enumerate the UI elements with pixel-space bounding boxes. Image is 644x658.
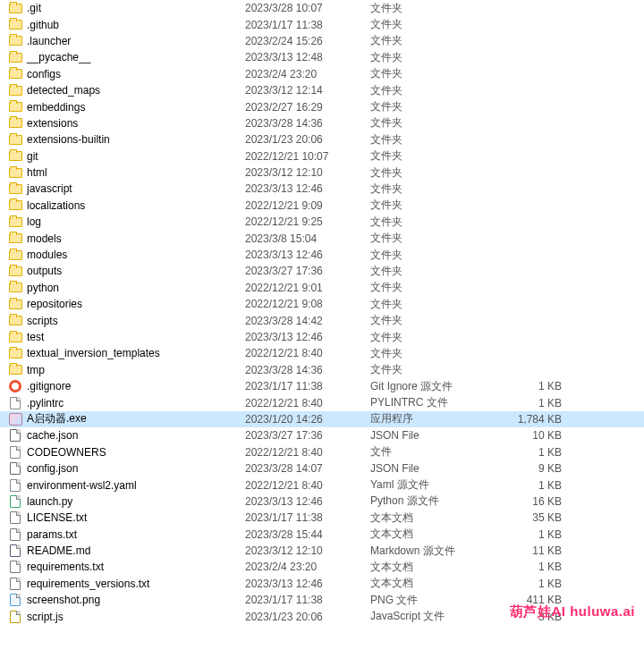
file-row[interactable]: README.md2023/3/12 12:10Markdown 源文件11 K… — [0, 543, 644, 559]
file-name: tmp — [23, 364, 245, 376]
folder-icon — [7, 67, 23, 81]
file-name: README.md — [23, 544, 245, 557]
file-row[interactable]: log2022/12/21 9:25文件夹 — [0, 214, 644, 230]
file-row[interactable]: html2023/3/12 12:10文件夹 — [0, 164, 644, 181]
file-date: 2022/12/21 9:25 — [245, 215, 370, 228]
file-row[interactable]: .pylintrc2022/12/21 8:40PYLINTRC 文件1 KB — [0, 394, 644, 410]
file-name: params.txt — [23, 528, 245, 541]
py-file-icon — [7, 494, 23, 509]
file-size: 1 KB — [504, 561, 567, 573]
file-date: 2023/3/13 12:46 — [245, 249, 370, 261]
file-type: Python 源文件 — [370, 494, 504, 509]
file-row[interactable]: __pycache__2023/3/13 12:48文件夹 — [0, 49, 644, 65]
file-date: 2023/3/13 12:46 — [245, 578, 370, 590]
file-row[interactable]: params.txt2023/3/28 15:44文本文档1 KB — [0, 527, 644, 543]
file-row[interactable]: screenshot.png2023/1/17 11:38PNG 文件411 K… — [0, 592, 644, 608]
folder-icon — [7, 281, 23, 295]
file-row[interactable]: test2023/3/13 12:46文件夹 — [0, 329, 644, 345]
file-name: repositories — [23, 298, 245, 310]
file-row[interactable]: localizations2022/12/21 9:09文件夹 — [0, 198, 644, 214]
file-name: .launcher — [23, 35, 245, 47]
file-row[interactable]: outputs2023/3/27 17:36文件夹 — [0, 263, 644, 279]
file-size: 11 KB — [504, 544, 567, 557]
file-name: .gitignore — [23, 380, 245, 392]
file-row[interactable]: requirements_versions.txt2023/3/13 12:46… — [0, 576, 644, 592]
file-size: 1 KB — [504, 528, 567, 541]
file-row[interactable]: CODEOWNERS2022/12/21 8:40文件1 KB — [0, 444, 644, 460]
file-name: launch.py — [23, 495, 245, 508]
file-type: 文件夹 — [370, 33, 504, 48]
folder-icon — [7, 248, 23, 262]
file-date: 2023/3/8 15:04 — [245, 232, 370, 245]
file-size: 1,784 KB — [504, 413, 567, 426]
file-date: 2023/1/17 11:38 — [245, 19, 370, 31]
file-size: 1 KB — [504, 446, 567, 459]
file-row[interactable]: extensions2023/3/28 14:36文件夹 — [0, 115, 644, 131]
folder-icon — [7, 346, 23, 360]
file-row[interactable]: detected_maps2023/3/12 12:14文件夹 — [0, 82, 644, 98]
file-type: 文件夹 — [370, 346, 504, 361]
file-name: A启动器.exe — [23, 411, 245, 426]
file-row[interactable]: requirements.txt2023/2/4 23:20文本文档1 KB — [0, 559, 644, 575]
file-date: 2023/3/13 12:46 — [245, 331, 370, 343]
file-date: 2023/3/28 14:42 — [245, 315, 370, 327]
file-row[interactable]: LICENSE.txt2023/1/17 11:38文本文档35 KB — [0, 510, 644, 526]
file-date: 2023/1/17 11:38 — [245, 511, 370, 524]
file-row[interactable]: tmp2023/3/28 14:36文件夹 — [0, 362, 644, 378]
file-row[interactable]: textual_inversion_templates2022/12/21 8:… — [0, 345, 644, 361]
file-row[interactable]: scripts2023/3/28 14:42文件夹 — [0, 312, 644, 328]
file-name: requirements.txt — [23, 561, 245, 573]
file-row[interactable]: embeddings2023/2/27 16:29文件夹 — [0, 98, 644, 114]
file-type: 文件夹 — [370, 264, 504, 279]
file-date: 2022/12/21 8:40 — [245, 479, 370, 492]
file-row[interactable]: cache.json2023/3/27 17:36JSON File10 KB — [0, 427, 644, 443]
file-row[interactable]: modules2023/3/13 12:46文件夹 — [0, 247, 644, 263]
file-row[interactable]: .github2023/1/17 11:38文件夹 — [0, 16, 644, 32]
file-size: 10 KB — [504, 429, 567, 442]
folder-icon — [7, 50, 23, 64]
file-name: cache.json — [23, 429, 245, 442]
file-row[interactable]: environment-wsl2.yaml2022/12/21 8:40Yaml… — [0, 477, 644, 493]
file-date: 2023/3/13 12:48 — [245, 51, 370, 63]
file-type: 文件 — [370, 444, 504, 460]
file-row[interactable]: launch.py2023/3/13 12:46Python 源文件16 KB — [0, 494, 644, 510]
file-row[interactable]: .launcher2023/2/24 15:26文件夹 — [0, 33, 644, 49]
file-name: __pycache__ — [23, 51, 245, 63]
file-row[interactable]: A启动器.exe2023/1/20 14:26应用程序1,784 KB — [0, 411, 644, 427]
file-row[interactable]: repositories2022/12/21 9:08文件夹 — [0, 296, 644, 312]
file-date: 2023/3/12 12:14 — [245, 84, 370, 97]
folder-icon — [7, 18, 23, 32]
file-row[interactable]: models2023/3/8 15:04文件夹 — [0, 230, 644, 246]
file-row[interactable]: python2022/12/21 9:01文件夹 — [0, 280, 644, 296]
file-row[interactable]: git2022/12/21 10:07文件夹 — [0, 148, 644, 164]
file-row[interactable]: .gitignore2023/1/17 11:38Git Ignore 源文件1… — [0, 378, 644, 394]
file-date: 2023/2/24 15:26 — [245, 35, 370, 47]
file-name: CODEOWNERS — [23, 446, 245, 459]
file-file-icon — [7, 396, 23, 410]
file-date: 2022/12/21 8:40 — [245, 347, 370, 359]
file-size: 16 KB — [504, 495, 567, 508]
file-date: 2022/12/21 8:40 — [245, 446, 370, 459]
file-row[interactable]: config.json2023/3/28 14:07JSON File9 KB — [0, 460, 644, 477]
json-file-icon — [7, 428, 23, 443]
file-date: 2023/3/28 14:07 — [245, 462, 370, 475]
file-row[interactable]: configs2023/2/4 23:20文件夹 — [0, 66, 644, 82]
file-type: 文件夹 — [370, 50, 504, 65]
file-size: 1 KB — [504, 397, 567, 409]
file-row[interactable]: javascript2023/3/13 12:46文件夹 — [0, 181, 644, 197]
file-date: 2023/3/13 12:46 — [245, 495, 370, 508]
file-name: localizations — [23, 199, 245, 212]
file-list[interactable]: .git2023/3/28 10:07文件夹.github2023/1/17 1… — [0, 0, 644, 625]
folder-icon — [7, 34, 23, 48]
file-name: requirements_versions.txt — [23, 578, 245, 590]
file-row[interactable]: script.js2023/1/23 20:06JavaScript 文件3 K… — [0, 608, 644, 624]
file-row[interactable]: extensions-builtin2023/1/23 20:06文件夹 — [0, 131, 644, 148]
file-name: screenshot.png — [23, 594, 245, 606]
file-date: 2023/1/23 20:06 — [245, 611, 370, 623]
file-row[interactable]: .git2023/3/28 10:07文件夹 — [0, 0, 644, 16]
file-date: 2022/12/21 9:09 — [245, 199, 370, 212]
txt-file-icon — [7, 527, 23, 542]
file-name: .pylintrc — [23, 397, 245, 409]
folder-icon — [7, 181, 23, 196]
file-name: html — [23, 166, 245, 179]
